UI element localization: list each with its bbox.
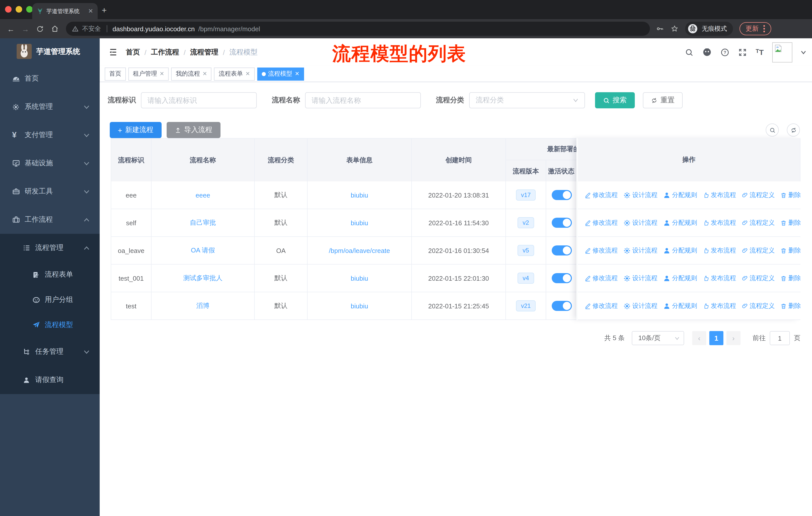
filter-category-select[interactable]: 流程分类 [469,92,585,108]
action-发布流程[interactable]: 发布流程 [703,191,736,199]
collapse-sidebar-icon[interactable] [108,47,118,57]
forward-icon[interactable]: → [22,24,29,33]
action-流程定义[interactable]: 流程定义 [742,191,775,199]
chevron-down-icon[interactable] [801,50,806,54]
tab-close-icon[interactable]: ✕ [88,7,93,15]
action-设计流程[interactable]: 设计流程 [623,246,658,255]
sidebar-item-支付管理[interactable]: ¥支付管理 [0,121,100,149]
sidebar-item-请假查询[interactable]: 请假查询 [0,366,100,394]
toggle-search-button[interactable] [766,124,779,137]
action-流程定义[interactable]: 流程定义 [742,218,775,227]
avatar[interactable] [772,42,792,62]
tag-close-icon[interactable]: ✕ [295,71,299,77]
github-icon[interactable] [702,47,712,57]
action-发布流程[interactable]: 发布流程 [703,218,736,227]
action-发布流程[interactable]: 发布流程 [703,302,736,310]
action-设计流程[interactable]: 设计流程 [623,191,658,199]
back-icon[interactable]: ← [7,24,14,33]
action-设计流程[interactable]: 设计流程 [623,218,658,227]
action-分配规则[interactable]: 分配规则 [663,191,697,199]
sidebar-item-任务管理[interactable]: 任务管理 [0,337,100,366]
action-删除[interactable]: 删除 [780,246,801,255]
action-删除[interactable]: 删除 [780,274,801,282]
create-process-button[interactable]: + 新建流程 [110,122,162,138]
action-修改流程[interactable]: 修改流程 [584,191,618,199]
active-toggle[interactable] [551,273,572,283]
sidebar-item-用户分组[interactable]: 用户分组 [0,287,100,313]
minimize-window-button[interactable] [16,6,22,12]
action-修改流程[interactable]: 修改流程 [584,218,618,227]
url-bar[interactable]: 不安全 dashboard.yudao.iocoder.cn/bpm/manag… [66,22,650,36]
process-name-link[interactable]: 自己审批 [190,218,216,227]
action-流程定义[interactable]: 流程定义 [742,302,775,310]
sidebar-item-研发工具[interactable]: 研发工具 [0,178,100,206]
sidebar-item-首页[interactable]: 首页 [0,64,100,93]
action-分配规则[interactable]: 分配规则 [663,274,697,282]
menu-dots-icon[interactable] [763,25,765,33]
action-流程定义[interactable]: 流程定义 [742,246,775,255]
close-window-button[interactable] [5,6,11,12]
action-分配规则[interactable]: 分配规则 [663,218,697,227]
search-button[interactable]: 搜索 [595,92,635,108]
zoom-window-button[interactable] [26,6,33,12]
breadcrumb-workflow[interactable]: 工作流程 [151,48,179,57]
action-删除[interactable]: 删除 [780,218,801,227]
action-分配规则[interactable]: 分配规则 [663,246,697,255]
sidebar-item-流程模型[interactable]: 流程模型 [0,313,100,337]
tag-close-icon[interactable]: ✕ [245,71,250,77]
sidebar-item-工作流程[interactable]: 工作流程 [0,206,100,234]
new-tab-button[interactable]: + [102,4,107,17]
font-size-icon[interactable]: TT [756,48,764,56]
process-name-link[interactable]: 滔博 [196,301,209,310]
page-size-select[interactable]: 10条/页 [632,331,684,345]
form-info-link[interactable]: biubiu [351,302,368,310]
action-修改流程[interactable]: 修改流程 [584,302,618,310]
sidebar-item-基础设施[interactable]: 基础设施 [0,149,100,178]
reload-icon[interactable] [36,25,44,32]
goto-page-input[interactable] [770,331,790,345]
tag-close-icon[interactable]: ✕ [202,71,207,77]
process-name-link[interactable]: OA 请假 [191,246,215,255]
breadcrumb-process-mgmt[interactable]: 流程管理 [190,48,219,57]
active-toggle[interactable] [551,245,572,255]
refresh-table-button[interactable] [787,124,800,137]
action-流程定义[interactable]: 流程定义 [742,274,775,282]
help-icon[interactable]: ? [720,48,729,57]
action-发布流程[interactable]: 发布流程 [703,274,736,282]
active-toggle[interactable] [551,301,572,311]
process-name-link[interactable]: 测试多审批人 [183,274,223,283]
password-key-icon[interactable] [656,25,664,33]
action-删除[interactable]: 删除 [780,302,801,310]
tag-首页[interactable]: 首页 [105,67,126,80]
app-logo-row[interactable]: 芋道管理系统 [0,38,100,64]
bookmark-star-icon[interactable] [671,25,678,33]
process-name-link[interactable]: eeee [196,191,210,199]
form-info-link[interactable]: biubiu [351,191,368,199]
sidebar-item-流程管理[interactable]: 流程管理 [0,234,100,262]
sidebar-item-系统管理[interactable]: 系统管理 [0,93,100,121]
action-分配规则[interactable]: 分配规则 [663,302,697,310]
form-info-link[interactable]: biubiu [351,219,368,226]
active-toggle[interactable] [551,218,572,228]
tag-租户管理[interactable]: 租户管理✕ [128,67,169,80]
page-1-button[interactable]: 1 [709,331,723,345]
action-发布流程[interactable]: 发布流程 [703,246,736,255]
active-toggle[interactable] [551,190,572,200]
tag-close-icon[interactable]: ✕ [160,71,164,77]
action-修改流程[interactable]: 修改流程 [584,274,618,282]
tag-流程模型[interactable]: 流程模型✕ [257,67,304,80]
home-icon[interactable] [51,25,59,33]
filter-name-input[interactable] [305,92,421,108]
prev-page-button[interactable]: ‹ [692,331,706,345]
browser-tab[interactable]: 芋道管理系统 ✕ [32,3,98,19]
fullscreen-icon[interactable] [738,48,747,57]
tag-我的流程[interactable]: 我的流程✕ [171,67,211,80]
import-process-button[interactable]: 导入流程 [167,122,221,138]
sidebar-item-流程表单[interactable]: 流程表单 [0,262,100,287]
tag-流程表单[interactable]: 流程表单✕ [214,67,255,80]
filter-key-input[interactable] [141,92,257,108]
action-设计流程[interactable]: 设计流程 [623,274,658,282]
reset-button[interactable]: 重置 [643,92,683,108]
next-page-button[interactable]: › [726,331,741,345]
breadcrumb-home[interactable]: 首页 [126,48,140,57]
